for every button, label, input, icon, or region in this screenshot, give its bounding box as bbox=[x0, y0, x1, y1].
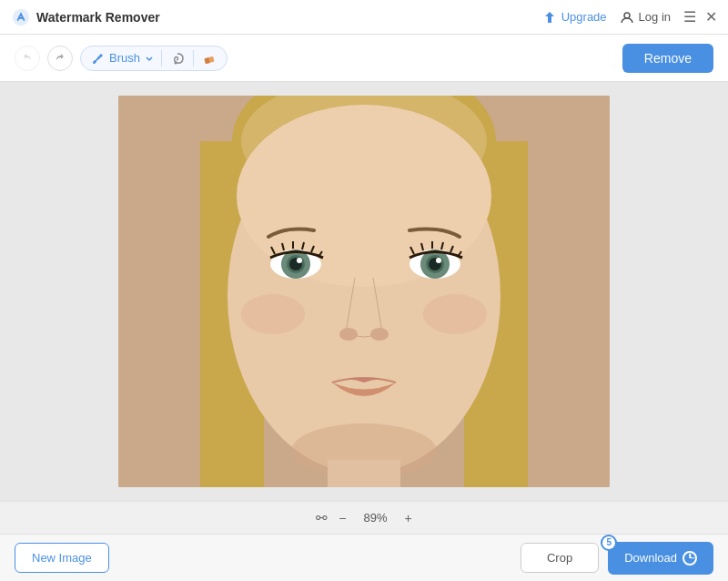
undo-icon bbox=[22, 53, 33, 64]
eraser-tool-button[interactable] bbox=[201, 50, 217, 66]
face-portrait-svg bbox=[118, 96, 610, 487]
download-wrapper: 5 Download bbox=[608, 542, 713, 575]
pan-icon[interactable]: ⚯ bbox=[316, 510, 328, 526]
title-right: Upgrade Log in ☰ ✕ bbox=[542, 10, 717, 25]
lasso-tool-button[interactable] bbox=[169, 50, 186, 66]
toolbar-left: Brush bbox=[15, 46, 228, 71]
lasso-icon bbox=[169, 50, 186, 66]
redo-icon bbox=[55, 53, 66, 64]
app-title: Watermark Remover bbox=[36, 10, 160, 25]
svg-point-22 bbox=[339, 328, 358, 341]
svg-point-26 bbox=[423, 294, 487, 334]
title-left: Watermark Remover bbox=[11, 7, 160, 27]
window-controls: ☰ ✕ bbox=[683, 10, 717, 25]
tool-divider-2 bbox=[193, 50, 194, 66]
svg-point-1 bbox=[624, 13, 630, 18]
svg-rect-27 bbox=[328, 460, 400, 487]
zoom-bar: ⚯ − 89% + bbox=[0, 501, 728, 534]
app-logo-icon bbox=[11, 7, 31, 27]
download-button[interactable]: Download bbox=[608, 542, 713, 575]
login-icon bbox=[620, 10, 634, 25]
zoom-level: 89% bbox=[358, 511, 394, 525]
tool-divider bbox=[161, 50, 162, 66]
zoom-out-icon[interactable]: − bbox=[339, 511, 346, 525]
svg-point-23 bbox=[370, 328, 389, 341]
new-image-button[interactable]: New Image bbox=[15, 543, 109, 573]
canvas-area[interactable] bbox=[0, 82, 728, 501]
menu-button[interactable]: ☰ bbox=[683, 10, 696, 25]
undo-button[interactable] bbox=[15, 46, 40, 71]
tool-group: Brush bbox=[80, 46, 228, 71]
upgrade-icon bbox=[542, 10, 557, 25]
brush-icon bbox=[90, 51, 105, 66]
redo-button[interactable] bbox=[47, 46, 73, 71]
uploaded-image bbox=[118, 96, 610, 487]
svg-point-25 bbox=[241, 294, 305, 334]
eraser-icon bbox=[201, 50, 217, 66]
toolbar: Brush Remove bbox=[0, 35, 728, 82]
zoom-in-icon[interactable]: + bbox=[405, 511, 412, 525]
dropdown-arrow-icon bbox=[145, 54, 154, 63]
clock-icon bbox=[682, 551, 697, 566]
svg-point-21 bbox=[436, 258, 441, 263]
crop-button[interactable]: Crop bbox=[521, 543, 599, 573]
image-container bbox=[118, 96, 610, 487]
brush-tool-button[interactable]: Brush bbox=[90, 51, 154, 66]
login-button[interactable]: Log in bbox=[620, 10, 671, 25]
svg-point-2 bbox=[174, 61, 177, 64]
title-bar: Watermark Remover Upgrade Log in ☰ ✕ bbox=[0, 0, 728, 35]
download-badge: 5 bbox=[601, 535, 617, 551]
upgrade-button[interactable]: Upgrade bbox=[542, 10, 607, 25]
svg-point-16 bbox=[297, 258, 302, 263]
footer-right: Crop 5 Download bbox=[521, 542, 713, 575]
footer-bar: New Image Crop 5 Download bbox=[0, 534, 728, 581]
remove-button[interactable]: Remove bbox=[622, 44, 713, 73]
close-button[interactable]: ✕ bbox=[705, 10, 717, 25]
